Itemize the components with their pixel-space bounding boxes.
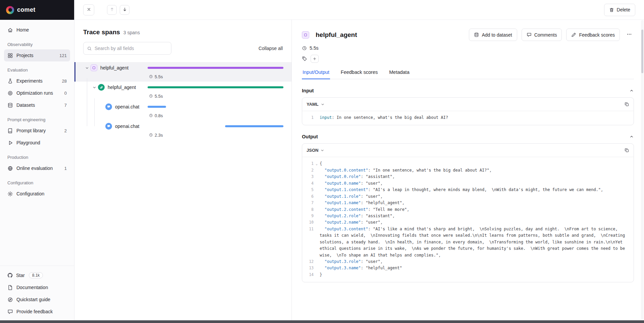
input-format-select[interactable]: YAML — [307, 102, 325, 107]
sidebar-item-projects[interactable]: Projects121 — [4, 49, 70, 61]
delete-button[interactable]: Delete — [604, 4, 635, 16]
fold-spacer — [314, 219, 320, 226]
line-number: 2 — [306, 167, 314, 174]
span-timeline — [148, 83, 283, 92]
trace-actions: Add to dataset Comments Feedback scores — [469, 29, 634, 41]
span-name: helpful_agent — [108, 85, 136, 90]
tree-guide-line — [94, 98, 95, 126]
line-number: 9 — [306, 213, 314, 219]
fold-toggle-icon[interactable]: ⌄ — [314, 160, 320, 167]
copy-input-button[interactable] — [624, 102, 629, 107]
sidebar-item-configuration[interactable]: Configuration — [4, 188, 70, 200]
grid-icon — [7, 53, 13, 58]
sidebar: comet HomeObservabilityProjects121Evalua… — [0, 0, 74, 323]
search-input[interactable] — [95, 46, 168, 51]
feedback-scores-button[interactable]: Feedback scores — [566, 29, 620, 41]
sidebar-item-datasets[interactable]: Datasets7 — [4, 99, 70, 111]
code-line: 9 "output.2.role": "assistant", — [306, 213, 629, 219]
clock-icon — [149, 75, 153, 79]
more-icon — [627, 32, 632, 38]
topbar: Delete — [74, 0, 644, 20]
chevron-down-icon — [320, 148, 324, 152]
more-actions-button[interactable] — [624, 30, 634, 40]
fold-spacer — [314, 180, 320, 187]
line-number: 12 — [306, 259, 314, 265]
code-line: 4 "output.0.name": "user", — [306, 180, 629, 187]
next-trace-button[interactable] — [120, 5, 129, 15]
sidebar-item-prompt-library[interactable]: Prompt library2 — [4, 125, 70, 137]
doc-icon — [7, 285, 13, 290]
span-name: helpful_agent — [100, 65, 128, 71]
span-row-openai-chat[interactable]: openai.chat2.3s — [74, 121, 291, 140]
span-timeline — [148, 122, 283, 131]
footer-item-label: Provide feedback — [16, 309, 53, 314]
comet-logo[interactable]: comet — [0, 0, 74, 20]
chain-span-icon — [98, 84, 105, 91]
sidebar-item-count: 2 — [64, 128, 67, 133]
sidebar-footer-star[interactable]: Star8.1k — [4, 269, 70, 281]
chevron-up-icon — [629, 134, 634, 139]
fold-spacer — [314, 265, 320, 271]
footer-item-label: Documentation — [16, 285, 48, 290]
tag-icon — [302, 56, 307, 61]
copy-output-button[interactable] — [624, 148, 629, 153]
sidebar-footer-quickstart-guide[interactable]: Quickstart guide — [4, 293, 70, 306]
sidebar-item-experiments[interactable]: Experiments28 — [4, 75, 70, 87]
comet-logo-icon — [6, 6, 14, 14]
span-name: openai.chat — [115, 124, 139, 129]
comments-button[interactable]: Comments — [522, 29, 562, 41]
sidebar-footer-provide-feedback[interactable]: Provide feedback — [4, 306, 70, 318]
sidebar-item-optimization-runs[interactable]: Optimization runs0 — [4, 87, 70, 99]
sidebar-item-label: Playground — [16, 140, 40, 145]
sidebar-item-label: Configuration — [16, 191, 44, 196]
tab-metadata[interactable]: Metadata — [388, 70, 410, 79]
previous-trace-button[interactable] — [107, 5, 117, 15]
output-format-select[interactable]: JSON — [307, 148, 324, 153]
span-duration: 5.5s — [149, 73, 283, 81]
sidebar-item-label: Home — [16, 27, 29, 33]
home-icon — [7, 27, 13, 33]
close-trace-button[interactable] — [83, 4, 94, 15]
line-number: 6 — [306, 193, 314, 200]
collapse-all-button[interactable]: Collapse all — [259, 46, 283, 51]
collapse-input-button[interactable] — [629, 88, 634, 93]
span-row-helpful-agent[interactable]: helpful_agent5.5s — [74, 62, 291, 82]
collapse-output-button[interactable] — [629, 134, 634, 139]
sidebar-footer-documentation[interactable]: Documentation — [4, 281, 70, 293]
tab-feedback-scores[interactable]: Feedback scores — [340, 70, 378, 79]
sidebar-item-online-evaluation[interactable]: Online evaluation1 — [4, 162, 70, 174]
span-row-openai-chat[interactable]: openai.chat0.8s — [74, 101, 291, 121]
add-to-dataset-button[interactable]: Add to dataset — [469, 29, 517, 41]
line-number: 4 — [306, 180, 314, 187]
collapse-span-button[interactable] — [91, 84, 98, 91]
close-icon — [87, 7, 91, 13]
brand-name: comet — [17, 6, 36, 13]
add-tag-button[interactable] — [311, 55, 319, 63]
trace-spans-count: 3 spans — [123, 30, 140, 35]
clock-icon — [302, 46, 307, 51]
output-section-header: Output — [302, 134, 634, 139]
span-duration: 0.8s — [149, 111, 283, 120]
collapse-span-button[interactable] — [83, 64, 91, 72]
sidebar-item-label: Projects — [16, 53, 34, 58]
line-number: 11 — [306, 226, 314, 259]
code-line: 11 "output.3.content": "AI's like a mind… — [306, 226, 629, 259]
line-number: 13 — [306, 265, 314, 271]
code-line: 1input: In one sentence, what's the big … — [306, 114, 629, 121]
tab-input-output[interactable]: Input/Output — [302, 70, 330, 79]
nav-section-configuration: Configuration — [7, 180, 67, 185]
sidebar-item-count: 7 — [64, 103, 67, 108]
span-tree: helpful_agent5.5shelpful_agent5.5sopenai… — [74, 62, 291, 323]
bottom-edge-bar — [0, 320, 644, 323]
sidebar-item-home[interactable]: Home — [4, 24, 70, 36]
scrollbar-thumb[interactable] — [641, 30, 643, 73]
tree-guide-line — [87, 78, 87, 126]
span-row-helpful-agent[interactable]: helpful_agent5.5s — [74, 82, 291, 101]
chat-icon — [7, 309, 13, 315]
main-area: Delete Trace spans 3 spans Collapse all … — [74, 0, 644, 323]
sidebar-item-playground[interactable]: Playground — [4, 137, 70, 149]
input-code: 1input: In one sentence, what's the big … — [302, 111, 634, 125]
agent-span-icon — [91, 64, 97, 71]
fold-spacer — [314, 187, 320, 193]
database-icon — [7, 102, 13, 108]
